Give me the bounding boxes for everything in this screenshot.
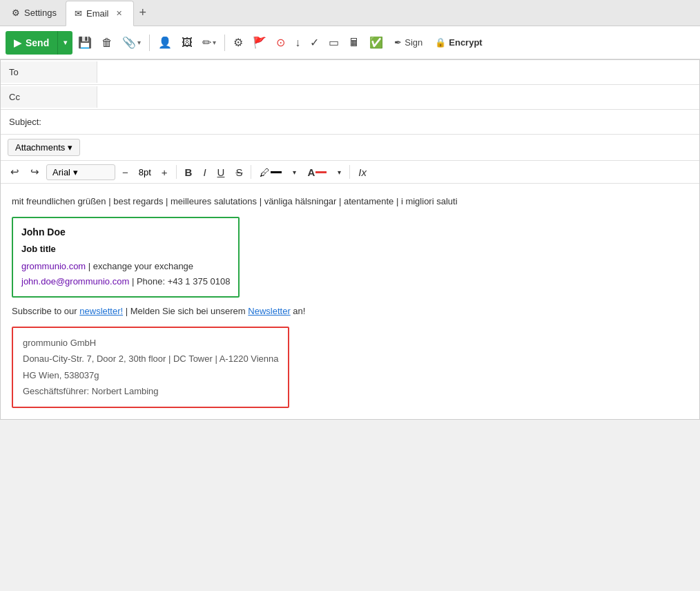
arrow-down-button[interactable]: ↓ [291, 31, 304, 55]
image-button[interactable]: 🖼 [177, 31, 197, 55]
encrypt-button[interactable]: 🔒 Encrypt [429, 31, 487, 55]
signature-button[interactable]: ✏ ▾ [198, 31, 220, 55]
sign-label: Sign [405, 37, 422, 48]
italic-icon: I [203, 166, 206, 178]
video-button[interactable]: ▭ [324, 31, 343, 55]
highlight-chevron-icon: ▾ [293, 168, 296, 176]
tab-email[interactable]: ✉ Email ✕ [66, 1, 134, 26]
toolbar-separator-1 [149, 35, 150, 51]
delete-button[interactable]: 🗑 [97, 31, 117, 55]
to-label: To [1, 61, 97, 83]
font-size-increase-button[interactable]: + [157, 164, 172, 180]
font-family-select[interactable]: Arial ▾ [46, 164, 115, 180]
italic-button[interactable]: I [199, 164, 210, 180]
redo-icon: ↪ [30, 166, 39, 178]
newsletter-link-2[interactable]: Newsletter [248, 306, 290, 316]
sig-website-link[interactable]: grommunio.com [21, 261, 86, 271]
strikethrough-button[interactable]: S [231, 164, 246, 180]
video-icon: ▭ [329, 36, 339, 49]
sig-website-line: grommunio.com | exchange your exchange [21, 260, 230, 273]
cc-input[interactable] [97, 86, 699, 108]
signature-card: John Doe Job title grommunio.com | excha… [12, 217, 240, 298]
clear-format-icon: Ix [358, 166, 367, 178]
arrow-down-icon: ↓ [295, 37, 300, 49]
sign-button[interactable]: ✒ Sign [389, 31, 428, 55]
font-size-decrease-button[interactable]: − [118, 164, 133, 180]
options-button[interactable]: ⚙ [229, 31, 247, 55]
send-play-icon: ▶ [14, 37, 21, 48]
text-color-dropdown-button[interactable]: ▾ [333, 166, 345, 178]
verify-button[interactable]: ✅ [365, 31, 387, 55]
tab-settings-label: Settings [24, 8, 57, 18]
check-icon: ✓ [310, 36, 319, 49]
save-icon: 💾 [78, 36, 92, 49]
format-separator-3 [349, 165, 350, 179]
clear-format-button[interactable]: Ix [354, 164, 371, 180]
bold-button[interactable]: B [181, 164, 197, 180]
attachments-dropdown-icon: ▾ [68, 142, 72, 153]
subject-label: Subject: [9, 117, 41, 127]
underline-button[interactable]: U [213, 164, 229, 180]
receipt-icon: 🖩 [349, 37, 360, 49]
new-tab-button[interactable]: + [134, 6, 153, 20]
redo-button[interactable]: ↪ [26, 164, 43, 180]
underline-icon: U [217, 166, 225, 178]
company-name: grommunio GmbH [23, 336, 278, 350]
tab-bar: ⚙ Settings ✉ Email ✕ + [0, 0, 700, 26]
email-body[interactable]: mit freundlichen grüßen | best regards |… [1, 184, 699, 419]
font-size-value: 8pt [135, 167, 155, 177]
contacts-button[interactable]: 👤 [154, 31, 176, 55]
subscribe-middle: | Melden Sie sich bei unserem [123, 306, 248, 316]
newsletter-link-1[interactable]: newsletter! [79, 306, 123, 316]
compose-area: To Cc Subject: Attachments ▾ ↩ ↪ Arial ▾ [0, 59, 700, 420]
subscribe-prefix: Subscribe to our [12, 306, 79, 316]
priority-button[interactable]: ⊙ [272, 31, 289, 55]
save-button[interactable]: 💾 [74, 31, 96, 55]
highlight-color-button[interactable]: 🖊 [255, 164, 286, 180]
undo-button[interactable]: ↩ [6, 164, 23, 180]
strikethrough-icon: S [235, 166, 242, 178]
highlight-color-bar [271, 171, 282, 173]
edit-icon: ✏ [202, 36, 211, 49]
check-button[interactable]: ✓ [306, 31, 323, 55]
text-color-chevron-icon: ▾ [338, 168, 341, 176]
send-button[interactable]: ▶ Send ▾ [6, 31, 72, 55]
attach-dropdown-icon: ▾ [137, 39, 141, 46]
receipt-button[interactable]: 🖩 [344, 31, 364, 55]
encrypt-label: Encrypt [449, 37, 482, 48]
toolbar: ▶ Send ▾ 💾 🗑 📎 ▾ 👤 🖼 ✏ ▾ ⚙ 🚩 ⊙ ↓ ✓ [0, 26, 700, 59]
send-dropdown-arrow[interactable]: ▾ [58, 31, 72, 55]
sig-website-suffix: | exchange your exchange [86, 261, 193, 271]
to-row: To [1, 60, 699, 85]
text-color-button[interactable]: A [303, 164, 331, 180]
verified-icon: ✅ [369, 36, 383, 49]
sig-email-link[interactable]: john.doe@grommunio.com [21, 276, 129, 287]
sig-phone: | Phone: +43 1 375 0108 [129, 276, 230, 287]
subject-input[interactable] [47, 117, 691, 127]
plus-icon: + [162, 166, 168, 178]
sig-name: John Doe [21, 225, 230, 240]
flag-button[interactable]: 🚩 [249, 31, 271, 55]
signature-greeting: mit freundlichen grüßen | best regards |… [12, 195, 688, 209]
subject-row: Subject: [1, 110, 699, 135]
image-icon: 🖼 [182, 37, 193, 49]
send-main[interactable]: ▶ Send [6, 31, 58, 55]
to-input[interactable] [97, 61, 699, 83]
format-separator-1 [176, 165, 177, 179]
subscribe-suffix: an! [291, 306, 306, 316]
company-gf: Geschäftsführer: Norbert Lambing [23, 385, 278, 398]
tab-close-button[interactable]: ✕ [113, 8, 125, 19]
settings-icon: ⚙ [12, 8, 20, 18]
attachments-button[interactable]: Attachments ▾ [8, 139, 80, 156]
lock-icon: 🔒 [435, 37, 446, 48]
attachments-row: Attachments ▾ [1, 135, 699, 161]
exclamation-icon: ⊙ [276, 36, 285, 49]
text-color-icon: A [307, 166, 315, 178]
sig-job-title: Job title [21, 242, 230, 256]
sign-icon: ✒ [394, 37, 402, 48]
attach-button[interactable]: 📎 ▾ [118, 31, 145, 55]
tab-settings[interactable]: ⚙ Settings [3, 0, 66, 26]
company-address: Donau-City-Str. 7, Door 2, 30th floor | … [23, 352, 278, 366]
company-hg: HG Wien, 538037g [23, 369, 278, 382]
highlight-dropdown-button[interactable]: ▾ [289, 166, 300, 178]
